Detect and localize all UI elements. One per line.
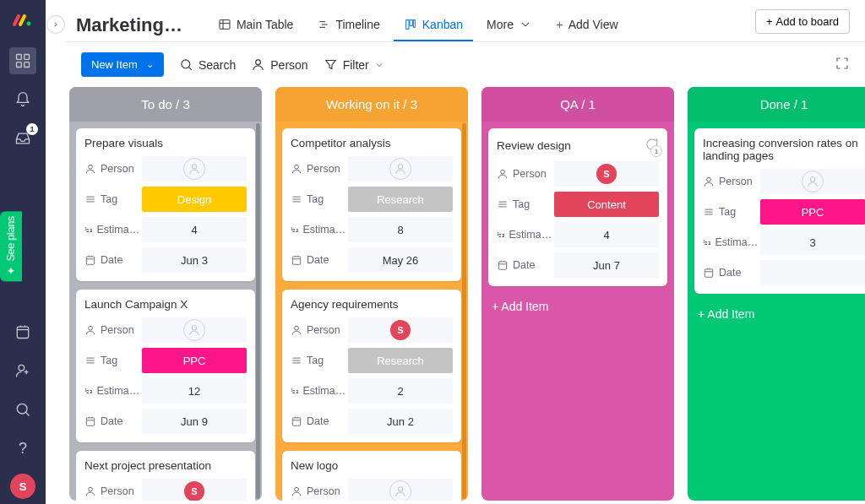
invite-icon[interactable] bbox=[9, 357, 36, 384]
logo-icon bbox=[11, 8, 35, 32]
kanban-card[interactable]: Next project presentation Person S bbox=[76, 451, 255, 501]
person-placeholder-icon bbox=[802, 171, 824, 192]
date-value[interactable]: Jun 3 bbox=[142, 247, 247, 273]
estimate-value[interactable]: 12 bbox=[142, 378, 247, 404]
card-title[interactable]: Agency requirements bbox=[291, 298, 453, 311]
person-value[interactable] bbox=[348, 479, 453, 501]
column-header[interactable]: QA / 1 bbox=[481, 87, 674, 122]
row-label: Person bbox=[291, 485, 348, 497]
svg-point-15 bbox=[192, 165, 196, 169]
estimate-value[interactable]: 4 bbox=[554, 222, 659, 247]
row-label: Person bbox=[84, 485, 142, 497]
workspaces-icon[interactable] bbox=[9, 47, 36, 74]
kanban-card[interactable]: Increasing conversion rates on landing p… bbox=[694, 128, 865, 294]
kanban-card[interactable]: Launch Campaign X Person Tag PPC ¹₂₃Esti… bbox=[76, 290, 255, 442]
svg-point-12 bbox=[182, 60, 190, 68]
svg-point-21 bbox=[295, 165, 299, 169]
user-avatar[interactable]: S bbox=[10, 474, 35, 499]
tag-value[interactable]: PPC bbox=[142, 348, 247, 373]
svg-rect-11 bbox=[413, 20, 415, 28]
kanban-card[interactable]: Agency requirements Person S Tag Researc… bbox=[282, 290, 461, 442]
card-title[interactable]: Prepare visuals bbox=[84, 137, 247, 149]
tag-value[interactable]: Research bbox=[348, 187, 453, 212]
card-title[interactable]: Launch Campaign X bbox=[84, 298, 247, 311]
svg-point-6 bbox=[19, 365, 24, 371]
kanban-card[interactable]: Competitor analysis Person Tag Research … bbox=[282, 128, 461, 281]
tag-value[interactable]: Research bbox=[348, 348, 453, 373]
help-icon[interactable]: ? bbox=[9, 435, 36, 462]
card-title[interactable]: Review design bbox=[497, 137, 659, 154]
fullscreen-button[interactable] bbox=[835, 56, 850, 73]
person-value[interactable]: S bbox=[142, 479, 247, 501]
card-title[interactable]: Competitor analysis bbox=[291, 137, 453, 149]
kanban-card[interactable]: Review design Person S Tag Content ¹₂₃Es… bbox=[488, 128, 667, 286]
card-row: Tag Design bbox=[84, 187, 247, 212]
column-header[interactable]: Done / 1 bbox=[688, 87, 865, 122]
card-title[interactable]: New logo bbox=[291, 459, 453, 472]
tag-value[interactable]: Design bbox=[142, 187, 247, 212]
date-value[interactable] bbox=[760, 260, 865, 285]
tag-value[interactable]: PPC bbox=[760, 199, 865, 225]
date-value[interactable]: May 26 bbox=[348, 247, 453, 273]
person-value[interactable]: S bbox=[348, 317, 453, 343]
svg-point-7 bbox=[17, 404, 27, 414]
my-work-icon[interactable] bbox=[9, 318, 36, 345]
card-row: ¹₂₃Estima… 8 bbox=[291, 217, 453, 242]
tab-timeline[interactable]: Timeline bbox=[307, 9, 389, 41]
person-value[interactable] bbox=[142, 317, 247, 343]
person-value[interactable] bbox=[142, 156, 247, 182]
tag-value[interactable]: Content bbox=[554, 192, 659, 217]
new-item-button[interactable]: New Item⌄ bbox=[81, 52, 164, 77]
svg-rect-32 bbox=[705, 269, 712, 277]
person-placeholder-icon bbox=[183, 158, 205, 180]
search-rail-icon[interactable] bbox=[9, 396, 36, 423]
board-title[interactable]: Marketing… bbox=[76, 14, 182, 36]
svg-point-0 bbox=[27, 22, 31, 26]
card-row: ¹₂₃Estima… 12 bbox=[84, 378, 247, 404]
card-row: Person S bbox=[84, 479, 247, 501]
tab-kanban[interactable]: Kanban bbox=[394, 9, 473, 41]
card-title[interactable]: Increasing conversion rates on landing p… bbox=[703, 137, 865, 162]
add-to-board-button[interactable]: + Add to board bbox=[755, 9, 850, 34]
inbox-icon[interactable]: 1 bbox=[9, 125, 36, 152]
notifications-icon[interactable] bbox=[9, 86, 36, 113]
estimate-value[interactable]: 8 bbox=[348, 217, 453, 242]
add-item-button[interactable]: + Add Item bbox=[694, 302, 865, 329]
kanban-card[interactable]: New logo Person bbox=[282, 451, 461, 501]
date-value[interactable]: Jun 7 bbox=[554, 252, 659, 278]
expand-sidebar-button[interactable] bbox=[46, 15, 65, 34]
svg-point-17 bbox=[89, 326, 93, 330]
estimate-value[interactable]: 3 bbox=[760, 230, 865, 255]
tab-main-table[interactable]: Main Table bbox=[208, 9, 303, 41]
svg-rect-5 bbox=[17, 327, 28, 338]
row-label: Tag bbox=[291, 193, 348, 205]
date-value[interactable]: Jun 2 bbox=[348, 409, 453, 434]
person-filter-button[interactable]: Person bbox=[251, 57, 307, 72]
row-label: Tag bbox=[84, 193, 142, 205]
column-header[interactable]: To do / 3 bbox=[69, 87, 262, 122]
add-view-button[interactable]: + Add View bbox=[546, 8, 628, 41]
estimate-value[interactable]: 2 bbox=[348, 378, 453, 404]
search-button[interactable]: Search bbox=[179, 57, 236, 72]
svg-rect-1 bbox=[17, 55, 22, 60]
see-plans-button[interactable]: ✦ See plans bbox=[0, 211, 22, 281]
svg-point-31 bbox=[810, 177, 814, 182]
estimate-value[interactable]: 4 bbox=[142, 217, 247, 242]
row-label: Person bbox=[497, 168, 554, 180]
card-row: Date bbox=[703, 260, 865, 285]
tab-more[interactable]: More bbox=[476, 9, 542, 41]
kanban-column-todo: To do / 3 Prepare visuals Person Tag Des… bbox=[69, 87, 262, 501]
add-item-button[interactable]: + Add Item bbox=[488, 295, 667, 322]
card-row: Tag PPC bbox=[703, 199, 865, 225]
person-value[interactable] bbox=[348, 156, 453, 182]
row-label: Tag bbox=[291, 355, 348, 366]
chat-icon[interactable] bbox=[644, 137, 659, 154]
person-value[interactable]: S bbox=[554, 161, 659, 187]
date-value[interactable]: Jun 9 bbox=[142, 409, 247, 434]
column-header[interactable]: Working on it / 3 bbox=[275, 87, 468, 122]
person-value[interactable] bbox=[760, 169, 865, 194]
filter-button[interactable]: Filter bbox=[324, 57, 384, 72]
card-title[interactable]: Next project presentation bbox=[84, 459, 247, 472]
svg-point-24 bbox=[295, 326, 299, 330]
kanban-card[interactable]: Prepare visuals Person Tag Design ¹₂₃Est… bbox=[76, 128, 255, 281]
